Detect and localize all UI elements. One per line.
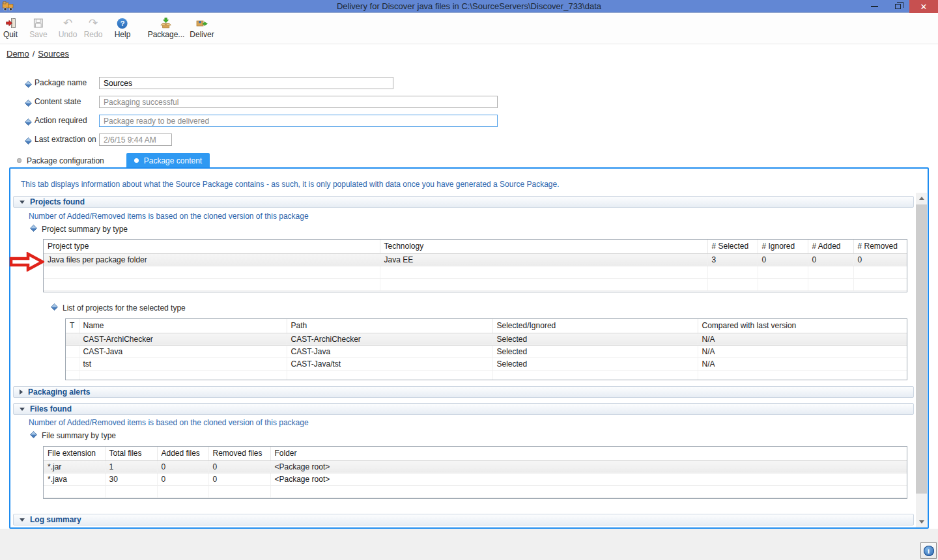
package-name-input[interactable] xyxy=(99,77,393,89)
quit-icon xyxy=(5,17,16,29)
column-header[interactable]: File extension xyxy=(44,447,105,460)
table-cell: *.java xyxy=(44,473,105,485)
section-projects-found[interactable]: Projects found xyxy=(13,196,914,208)
table-header-row: File extensionTotal filesAdded filesRemo… xyxy=(44,447,907,460)
redo-icon: ↷ xyxy=(89,17,98,29)
table-cell: 0 xyxy=(157,473,208,485)
section-title: Log summary xyxy=(30,515,81,524)
expand-arrow-icon xyxy=(20,389,23,395)
tab-intro-text: This tab displays information about what… xyxy=(21,180,560,189)
file-summary-table[interactable]: File extensionTotal filesAdded filesRemo… xyxy=(44,447,907,498)
section-title: Packaging alerts xyxy=(28,387,90,397)
table-cell: *.jar xyxy=(44,460,105,473)
table-row-empty xyxy=(66,370,907,380)
project-summary-table[interactable]: Project typeTechnology# Selected# Ignore… xyxy=(44,240,907,291)
section-files-found[interactable]: Files found xyxy=(13,403,914,415)
help-label: Help xyxy=(115,30,131,39)
column-header[interactable]: T xyxy=(66,319,79,333)
column-header[interactable]: Path xyxy=(287,319,492,333)
breadcrumb-link-demo[interactable]: Demo xyxy=(7,49,29,59)
column-header[interactable]: Folder xyxy=(270,447,907,460)
breadcrumb-link-sources[interactable]: Sources xyxy=(38,49,69,59)
table-cell: Selected xyxy=(492,357,698,370)
column-header[interactable]: # Selected xyxy=(707,240,758,253)
restore-icon[interactable] xyxy=(886,0,909,13)
save-icon xyxy=(33,17,44,29)
table-row[interactable]: CAST-JavaCAST-JavaSelectedN/A xyxy=(66,345,907,357)
redo-button[interactable]: ↷ Redo xyxy=(81,16,106,40)
table-cell: 0 xyxy=(208,460,270,473)
diamond-icon xyxy=(25,135,32,147)
action-required-input[interactable] xyxy=(99,115,498,127)
column-header[interactable]: Selected/Ignored xyxy=(492,319,698,333)
project-list-table[interactable]: TNamePathSelected/IgnoredCompared with l… xyxy=(66,319,907,380)
package-label: Package... xyxy=(148,30,185,39)
tab-package-configuration[interactable]: Package configuration xyxy=(9,153,112,168)
quit-button[interactable]: Quit xyxy=(1,16,20,40)
tab-label: Package configuration xyxy=(27,156,104,165)
tab-package-content[interactable]: Package content xyxy=(126,153,210,168)
help-icon: ? xyxy=(117,17,128,29)
window-title: Delivery for Discover java files in C:\S… xyxy=(0,0,938,13)
column-header[interactable]: Technology xyxy=(380,240,707,253)
column-header[interactable]: # Added xyxy=(808,240,853,253)
table-row[interactable]: CAST-ArchiCheckerCAST-ArchiCheckerSelect… xyxy=(66,333,907,345)
help-button[interactable]: ? Help xyxy=(112,16,134,40)
close-icon[interactable]: ✕ xyxy=(909,0,938,13)
table-cell: CAST-Java xyxy=(79,345,287,357)
column-header[interactable]: Name xyxy=(79,319,287,333)
vertical-scrollbar[interactable] xyxy=(916,193,927,527)
column-header[interactable]: # Removed xyxy=(853,240,907,253)
tab-bar: Package configuration Package content xyxy=(9,153,210,168)
deliver-icon xyxy=(196,17,208,29)
project-list-table-container: TNamePathSelected/IgnoredCompared with l… xyxy=(65,318,907,380)
section-title: Projects found xyxy=(30,197,85,206)
table-cell: 0 xyxy=(157,460,208,473)
column-header[interactable]: Removed files xyxy=(208,447,270,460)
column-header[interactable]: Total files xyxy=(105,447,157,460)
package-button[interactable]: Package... xyxy=(145,16,188,40)
table-row[interactable]: *.java3000<Package root> xyxy=(44,473,907,485)
table-row[interactable]: tstCAST-Java/tstSelectedN/A xyxy=(66,357,907,370)
table-cell: CAST-ArchiChecker xyxy=(79,333,287,345)
diamond-icon xyxy=(30,431,37,440)
file-summary-label: File summary by type xyxy=(30,431,116,440)
table-cell: 0 xyxy=(208,473,270,485)
column-header[interactable]: # Ignored xyxy=(758,240,808,253)
deliver-button[interactable]: Deliver xyxy=(187,16,216,40)
column-header[interactable]: Added files xyxy=(157,447,208,460)
diamond-icon xyxy=(25,98,32,109)
table-cell: CAST-ArchiChecker xyxy=(287,333,492,345)
table-row[interactable]: Java files per package folderJava EE3000 xyxy=(44,253,907,266)
diamond-icon xyxy=(25,79,32,91)
scrollbar-thumb[interactable] xyxy=(916,204,927,494)
content-state-input[interactable] xyxy=(99,96,498,108)
table-cell: Java files per package folder xyxy=(44,253,380,266)
minimize-icon[interactable] xyxy=(862,0,886,13)
app-window: Delivery for Discover java files in C:\S… xyxy=(0,0,938,560)
scroll-up-icon[interactable] xyxy=(916,193,927,204)
info-button[interactable]: i xyxy=(920,542,937,559)
projects-found-note: Number of Added/Removed items is based o… xyxy=(29,212,309,221)
column-header[interactable]: Project type xyxy=(44,240,380,253)
table-cell: <Package root> xyxy=(270,473,907,485)
package-icon xyxy=(160,17,172,29)
column-header[interactable]: Compared with last version xyxy=(698,319,907,333)
scroll-down-icon[interactable] xyxy=(916,516,927,527)
project-list-label: List of projects for the selected type xyxy=(51,303,186,313)
diamond-icon xyxy=(30,225,37,234)
save-label: Save xyxy=(29,30,47,39)
content-state-label: Content state xyxy=(35,96,81,108)
table-cell: 0 xyxy=(808,253,853,266)
table-row[interactable]: *.jar100<Package root> xyxy=(44,460,907,473)
save-button[interactable]: Save xyxy=(27,16,50,40)
toolbar: Quit Save ↶ Undo ↷ Redo ? Help xyxy=(0,14,938,44)
section-log-summary[interactable]: Log summary xyxy=(13,514,914,525)
last-extraction-input[interactable] xyxy=(99,133,172,146)
last-extraction-label: Last extraction on xyxy=(35,133,96,146)
table-cell: 1 xyxy=(105,460,157,473)
section-packaging-alerts[interactable]: Packaging alerts xyxy=(13,386,914,398)
table-header-row: TNamePathSelected/IgnoredCompared with l… xyxy=(66,319,907,333)
undo-button[interactable]: ↶ Undo xyxy=(56,16,80,40)
project-summary-label: Project summary by type xyxy=(30,225,128,234)
